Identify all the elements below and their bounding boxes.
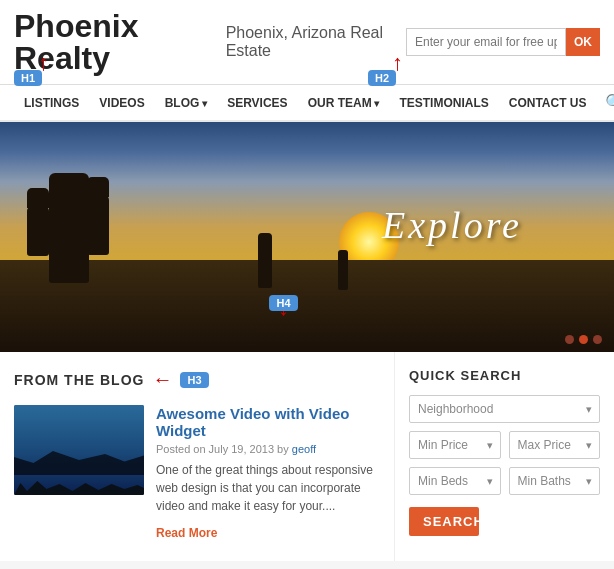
min-price-select[interactable]: Min Price: [409, 431, 501, 459]
blog-post-title[interactable]: Awesome Video with Video Widget: [156, 405, 380, 439]
nav-links: LISTINGS VIDEOS BLOG SERVICES OUR TEAM T…: [14, 86, 597, 120]
quick-search-sidebar: QUICK SEARCH Neighborhood Min Price Max …: [394, 352, 614, 561]
email-input[interactable]: [406, 28, 566, 56]
search-button[interactable]: SEARCH: [409, 507, 479, 536]
nav-testimonials[interactable]: TESTIMONIALS: [389, 86, 498, 120]
nav-listings[interactable]: LISTINGS: [14, 86, 89, 120]
h3-arrow: ←: [152, 368, 172, 391]
blog-post-author[interactable]: geoff: [292, 443, 316, 455]
nav-videos[interactable]: VIDEOS: [89, 86, 154, 120]
min-price-select-wrap: Min Price: [409, 431, 501, 459]
blog-post-excerpt: One of the great things about responsive…: [156, 461, 380, 515]
blog-section-title: FROM THE BLOG: [14, 372, 144, 388]
hero-dot-2[interactable]: [579, 335, 588, 344]
header-right: OK: [406, 28, 600, 56]
hero-section: Explore: [0, 122, 614, 352]
price-row: Min Price Max Price: [409, 431, 600, 467]
h4-badge: H4: [269, 295, 297, 311]
h3-badge: H3: [180, 372, 208, 388]
nav-services[interactable]: SERVICES: [217, 86, 297, 120]
content-area: FROM THE BLOG ← H3 Awesome Video with Vi…: [0, 352, 614, 561]
header-left: Phoenix Realty Phoenix, Arizona Real Est…: [14, 10, 406, 74]
min-baths-select[interactable]: Min Baths: [509, 467, 601, 495]
cactus-small-2: [338, 250, 348, 290]
site-tagline: Phoenix, Arizona Real Estate: [226, 24, 406, 60]
neighborhood-select-wrap: Neighborhood: [409, 395, 600, 423]
blog-post-image: [14, 405, 144, 495]
h1-badge: H1: [14, 70, 42, 86]
blog-post: Awesome Video with Video Widget Posted o…: [14, 405, 380, 541]
ok-button[interactable]: OK: [566, 28, 600, 56]
nav-contact-us[interactable]: CONTACT US: [499, 86, 597, 120]
h2-badge: H2: [368, 70, 396, 86]
nav-our-team[interactable]: OUR TEAM: [298, 86, 390, 120]
cactus-main: [49, 173, 89, 283]
min-beds-select-wrap: Min Beds: [409, 467, 501, 495]
hero-dots: [565, 335, 602, 344]
search-icon[interactable]: 🔍: [597, 85, 614, 120]
hero-dot-3[interactable]: [593, 335, 602, 344]
cactus-arm-right: [87, 195, 109, 255]
neighborhood-select[interactable]: Neighborhood: [409, 395, 600, 423]
hero-ground: [0, 260, 614, 352]
page-header: Phoenix Realty Phoenix, Arizona Real Est…: [0, 0, 614, 85]
beds-baths-row: Min Beds Min Baths: [409, 467, 600, 503]
cactus-small: [258, 233, 272, 288]
blog-meta-prefix: Posted on July 19, 2013 by: [156, 443, 289, 455]
max-price-select-wrap: Max Price: [509, 431, 601, 459]
max-price-select[interactable]: Max Price: [509, 431, 601, 459]
main-nav: LISTINGS VIDEOS BLOG SERVICES OUR TEAM T…: [0, 85, 614, 122]
nav-blog[interactable]: BLOG: [155, 86, 217, 120]
blog-header: FROM THE BLOG ← H3: [14, 368, 380, 391]
hero-explore-text: Explore: [382, 203, 522, 247]
blog-post-content: Awesome Video with Video Widget Posted o…: [156, 405, 380, 541]
min-baths-select-wrap: Min Baths: [509, 467, 601, 495]
min-beds-select[interactable]: Min Beds: [409, 467, 501, 495]
fish-tank-bg: [14, 405, 144, 495]
blog-section: FROM THE BLOG ← H3 Awesome Video with Vi…: [0, 352, 394, 561]
blog-post-meta: Posted on July 19, 2013 by geoff: [156, 443, 380, 455]
quick-search-title: QUICK SEARCH: [409, 368, 600, 383]
cactus-arm-left: [27, 206, 49, 256]
hero-dot-1[interactable]: [565, 335, 574, 344]
read-more-link[interactable]: Read More: [156, 526, 217, 540]
